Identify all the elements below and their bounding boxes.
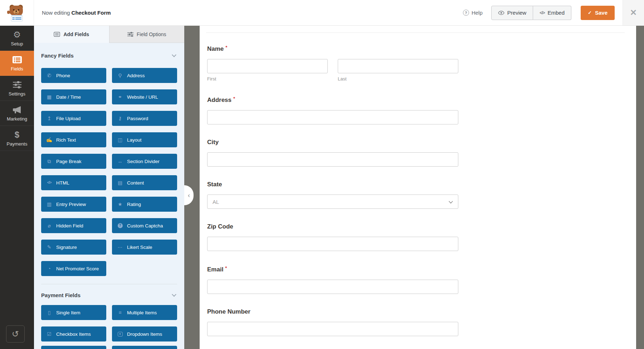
wpforms-bear-logo [7, 4, 26, 22]
field-button-hidden-field[interactable]: ⌀ Hidden Field [41, 218, 106, 233]
check-icon: ✓ [588, 10, 592, 15]
sublabel-last: Last [338, 76, 458, 82]
map-pin-icon: ⚲ [117, 73, 123, 78]
field-button-layout[interactable]: ◫ Layout [112, 132, 177, 147]
help-icon: ? [463, 10, 469, 16]
section-title: Fancy Fields [41, 53, 74, 59]
now-editing-title: Now editing Checkout Form [42, 10, 111, 16]
tab-field-options[interactable]: Field Options [109, 26, 185, 43]
email-input[interactable] [207, 280, 458, 294]
save-button[interactable]: ✓ Save [581, 6, 615, 20]
now-editing-prefix: Now editing [42, 10, 70, 16]
sidebar-item-setup[interactable]: ⚙ Setup [0, 26, 34, 51]
field-button-password[interactable]: ⚷ Password [112, 111, 177, 126]
field-button-html[interactable]: </> HTML [41, 175, 106, 190]
help-label: Help [472, 10, 483, 16]
field-button-content[interactable]: ▤ Content [112, 175, 177, 190]
field-label: City [207, 139, 458, 146]
preview-field-city[interactable]: City [207, 139, 458, 167]
sidebar-item-label: Marketing [7, 116, 27, 122]
preview-label: Preview [507, 10, 526, 16]
field-button-partial[interactable] [112, 346, 177, 349]
field-button-rich-text[interactable]: ✍ Rich Text [41, 132, 106, 147]
field-button-label: Password [127, 116, 148, 121]
field-button-page-break[interactable]: ⧉ Page Break [41, 154, 106, 169]
preview-field-address[interactable]: Address* [207, 96, 458, 124]
field-button-checkbox-items[interactable]: ☑ Checkbox Items [41, 326, 106, 341]
field-button-label: Page Break [56, 159, 82, 164]
dollar-icon: $ [15, 130, 19, 139]
chevron-down-icon [172, 292, 176, 297]
field-button-label: Layout [127, 137, 142, 143]
field-button-partial[interactable] [41, 346, 106, 349]
form-fields-area: Name* First Last Address* [207, 45, 458, 349]
required-star: * [233, 96, 235, 101]
sidebar-item-fields[interactable]: Fields [0, 51, 34, 76]
field-button-file-upload[interactable]: ↥ File Upload [41, 111, 106, 126]
sidebar-item-payments[interactable]: $ Payments [0, 126, 34, 151]
field-button-label: File Upload [56, 116, 80, 121]
help-button[interactable]: ? Help [463, 10, 483, 16]
field-button-dropdown-items[interactable]: ▾ Dropdown Items [112, 326, 177, 341]
field-button-entry-preview[interactable]: ▥ Entry Preview [41, 197, 106, 212]
field-button-section-divider[interactable]: ↔ Section Divider [112, 154, 177, 169]
field-button-likert-scale[interactable]: ⋯ Likert Scale [112, 240, 177, 255]
field-button-multiple-items[interactable]: ≡ Multiple Items [112, 305, 177, 320]
field-button-custom-captcha[interactable]: ? Custom Captcha [112, 218, 177, 233]
city-input[interactable] [207, 152, 458, 167]
field-button-date-time[interactable]: ▦ Date / Time [41, 89, 106, 104]
add-fields-content: Fancy Fields ✆ Phone ⚲ Address ▦ Date / … [34, 43, 184, 349]
tab-add-fields[interactable]: Add Fields [34, 26, 109, 43]
fancy-fields-grid: ✆ Phone ⚲ Address ▦ Date / Time ⚭ Websit… [41, 68, 177, 276]
name-last-input[interactable] [338, 59, 458, 73]
preview-field-zip-code[interactable]: Zip Code [207, 223, 458, 251]
chevron-left-icon: ‹ [188, 192, 190, 199]
field-label: Email* [207, 265, 458, 273]
preview-field-phone-number[interactable]: Phone Number [207, 308, 458, 336]
field-button-single-item[interactable]: ▯ Single Item [41, 305, 106, 320]
field-button-label: Custom Captcha [127, 223, 163, 228]
field-label: Phone Number [207, 308, 458, 315]
pages-icon: ⧉ [46, 159, 52, 164]
upload-icon: ↥ [46, 116, 52, 121]
field-button-label: Dropdown Items [127, 331, 162, 337]
field-button-phone[interactable]: ✆ Phone [41, 68, 106, 83]
add-fields-icon [54, 32, 60, 37]
field-button-website-url[interactable]: ⚭ Website / URL [112, 89, 177, 104]
section-header-fancy-fields[interactable]: Fancy Fields [41, 51, 177, 59]
field-label: Zip Code [207, 223, 458, 230]
revisions-button[interactable]: ↺ [6, 325, 25, 343]
name-first-input[interactable] [207, 59, 328, 73]
embed-button[interactable]: </> Embed [533, 6, 571, 20]
sidebar-item-settings[interactable]: Settings [0, 76, 34, 101]
sidebar-item-marketing[interactable]: Marketing [0, 101, 34, 126]
logo-cell [0, 0, 34, 25]
preview-field-state[interactable]: State AL [207, 181, 458, 209]
field-button-label: Hidden Field [56, 223, 83, 228]
phone-number-input[interactable] [207, 322, 458, 336]
field-button-signature[interactable]: ✎ Signature [41, 240, 106, 255]
content-doc-icon: ▤ [117, 180, 123, 185]
columns-icon: ◫ [117, 137, 123, 142]
tab-label: Add Fields [63, 31, 89, 37]
wpforms-builder: Now editing Checkout Form ? Help Preview… [0, 0, 644, 349]
close-icon[interactable]: ✕ [630, 9, 637, 17]
embed-label: Embed [548, 10, 565, 16]
preview-field-email[interactable]: Email* [207, 265, 458, 294]
dots-icon: ⋯ [117, 245, 123, 250]
field-button-net-promoter-score[interactable]: ◔ Net Promoter Score [41, 261, 106, 276]
close-cell: ✕ [623, 0, 644, 25]
preview-button[interactable]: Preview [491, 6, 533, 20]
field-button-rating[interactable]: ★ Rating [112, 197, 177, 212]
preview-field-name[interactable]: Name* First Last [207, 45, 458, 82]
section-header-payment-fields[interactable]: Payment Fields [41, 291, 177, 299]
field-button-label: Rich Text [56, 137, 76, 143]
zip-code-input[interactable] [207, 237, 458, 251]
eye-slash-icon: ⌀ [46, 223, 52, 228]
panel-tabs: Add Fields Field Options [34, 26, 184, 43]
address-input[interactable] [207, 110, 458, 124]
dropdown-box-icon: ▾ [117, 332, 123, 336]
form-preview-sheet: Name* First Last Address* [200, 26, 636, 349]
state-select[interactable]: AL [207, 195, 458, 209]
field-button-address[interactable]: ⚲ Address [112, 68, 177, 83]
